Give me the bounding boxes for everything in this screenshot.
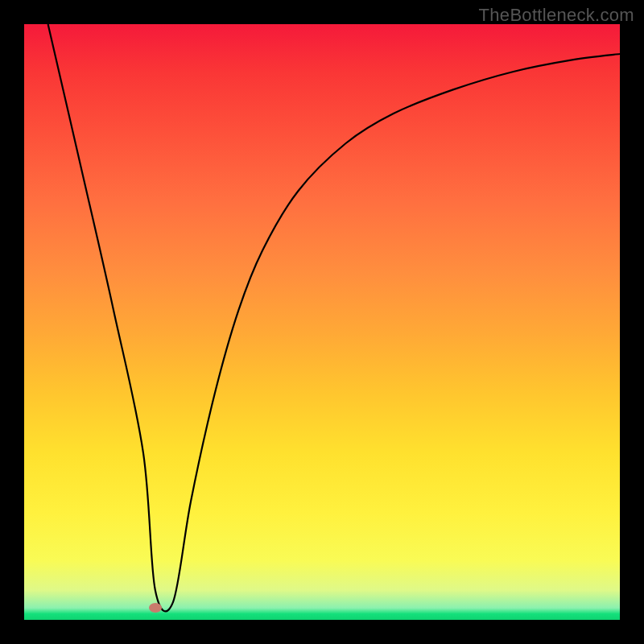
optimal-point-marker [149,603,162,613]
curve-path [48,24,620,611]
watermark-text: TheBottleneck.com [479,5,634,26]
bottleneck-curve [24,24,620,620]
chart-frame: TheBottleneck.com [0,0,644,644]
plot-area [24,24,620,620]
